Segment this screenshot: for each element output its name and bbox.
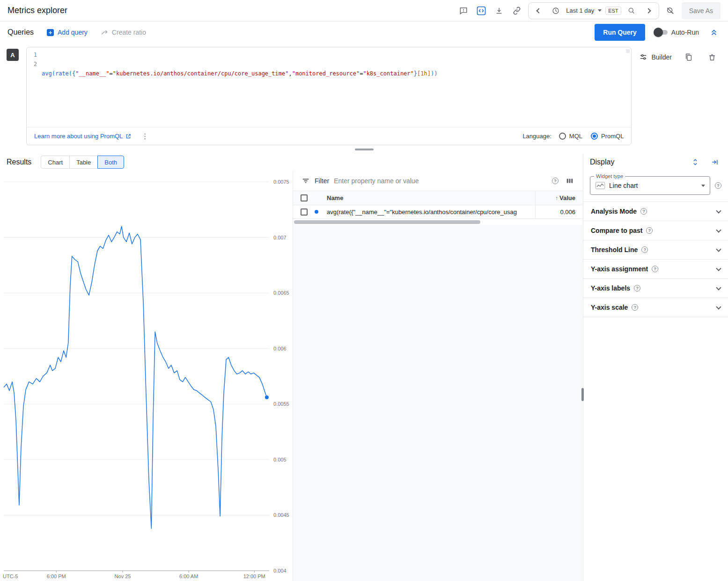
save-as-button[interactable]: Save As — [682, 2, 721, 19]
code-content[interactable]: avg(rate({"__name__"="kubernetes.io/anth… — [42, 50, 631, 125]
time-range-group: Last 1 day EST — [528, 2, 659, 19]
toggle-knob-icon[interactable] — [654, 28, 663, 37]
horizontal-scrollbar[interactable] — [293, 219, 583, 225]
radio-icon[interactable] — [559, 133, 566, 140]
collapse-panel-icon[interactable] — [708, 156, 721, 169]
radio-icon[interactable] — [591, 133, 598, 140]
auto-run-toggle[interactable]: Auto-Run — [654, 29, 699, 36]
code-token: rate — [55, 70, 69, 77]
y-axis-label: 0.005 — [273, 457, 287, 462]
display-panel: Display Widget type Line chart — [583, 154, 728, 581]
language-option-promql[interactable]: PromQL — [591, 133, 624, 140]
row-checkbox[interactable] — [301, 209, 308, 216]
builder-button[interactable]: Builder — [639, 53, 672, 61]
help-icon[interactable] — [640, 208, 647, 215]
help-icon[interactable] — [652, 266, 658, 272]
zoom-off-icon[interactable] — [664, 4, 677, 17]
drag-handle-icon[interactable] — [355, 149, 374, 150]
help-icon[interactable] — [552, 178, 559, 184]
editor-scrollbar[interactable] — [626, 49, 630, 53]
code-line-2 — [42, 97, 631, 106]
code-token: ( — [52, 70, 55, 77]
code-token: } — [414, 70, 417, 77]
search-icon[interactable] — [625, 4, 638, 17]
chevron-down-icon — [716, 208, 721, 213]
filter-input[interactable] — [334, 177, 547, 185]
external-link-icon — [125, 134, 131, 139]
help-icon[interactable] — [715, 182, 721, 189]
widget-type-select[interactable]: Widget type Line chart — [590, 176, 710, 195]
tab-both[interactable]: Both — [97, 156, 124, 169]
display-section-y-axis-labels[interactable]: Y-axis labels — [583, 278, 728, 298]
help-icon[interactable] — [634, 285, 640, 291]
name-column-header[interactable]: Name — [327, 191, 536, 205]
queries-title: Queries — [7, 28, 34, 37]
value-column-header[interactable]: Value — [536, 194, 583, 201]
filter-icon[interactable] — [301, 177, 310, 185]
help-icon[interactable] — [632, 304, 638, 311]
chevron-right-icon[interactable] — [642, 4, 655, 17]
chevron-down-icon — [716, 285, 721, 290]
display-section-y-axis-assignment[interactable]: Y-axis assignment — [583, 259, 728, 278]
filter-label[interactable]: Filter — [315, 177, 329, 185]
caret-down-icon[interactable] — [598, 9, 602, 12]
add-query-label: Add query — [58, 29, 88, 36]
code-token: avg — [42, 70, 52, 77]
timezone-chip[interactable]: EST — [605, 7, 621, 15]
table-row[interactable]: avg(rate({"__name__"="kubernetes.io/anth… — [293, 205, 583, 219]
results-chart[interactable]: 0.0040.00450.0050.00550.0060.00650.0070.… — [0, 171, 293, 581]
download-icon[interactable] — [493, 4, 506, 17]
tab-table[interactable]: Table — [69, 156, 98, 169]
widget-type-row: Widget type Line chart — [583, 171, 728, 201]
table-empty-area — [293, 225, 583, 581]
chevron-left-icon[interactable] — [532, 4, 545, 17]
column-settings-icon[interactable] — [563, 174, 576, 187]
collapse-all-icon[interactable] — [707, 26, 721, 39]
query-letter-badge[interactable]: A — [7, 49, 19, 61]
select-all-checkbox[interactable] — [301, 194, 308, 201]
chart-line — [4, 226, 267, 529]
y-axis-label: 0.0055 — [273, 401, 289, 407]
display-section-y-axis-scale[interactable]: Y-axis scale — [583, 298, 728, 317]
unfold-sections-icon[interactable] — [689, 156, 702, 169]
y-axis-label: 0.0075 — [273, 179, 289, 185]
display-section-compare-to-past[interactable]: Compare to past — [583, 221, 728, 240]
timezone-label: UTC-5 — [3, 574, 18, 579]
toggle-track-icon[interactable] — [655, 30, 668, 35]
run-query-button[interactable]: Run Query — [595, 24, 645, 41]
horizontal-resize-handle[interactable] — [0, 145, 728, 154]
learn-more-link[interactable]: Learn more about using PromQL — [34, 133, 131, 140]
split-arrow-icon — [101, 29, 108, 36]
scrollbar-thumb[interactable] — [294, 220, 480, 224]
x-axis-label: 12:00 PM — [243, 574, 265, 579]
top-bar: Metrics explorer Last 1 day EST — [0, 0, 728, 22]
auto-run-label: Auto-Run — [671, 29, 699, 36]
results-title: Results — [7, 158, 31, 166]
y-axis-label: 0.0065 — [273, 290, 289, 296]
code-icon[interactable] — [475, 4, 488, 17]
vertical-resize-handle[interactable] — [581, 388, 584, 401]
code-token: [1h] — [417, 70, 431, 77]
widget-type-label: Widget type — [594, 173, 625, 179]
results-area: Results ChartTableBoth 0.0040.00450.0050… — [0, 154, 583, 581]
feedback-icon[interactable] — [457, 4, 470, 17]
add-query-button[interactable]: Add query — [47, 29, 88, 36]
tab-chart[interactable]: Chart — [41, 156, 70, 169]
code-area[interactable]: 12 avg(rate({"__name__"="kubernetes.io/a… — [27, 47, 631, 127]
display-section-threshold-line[interactable]: Threshold Line — [583, 240, 728, 259]
table-filter-bar: Filter — [293, 171, 583, 191]
create-ratio-button[interactable]: Create ratio — [101, 29, 146, 36]
help-icon[interactable] — [641, 246, 648, 253]
display-section-analysis-mode[interactable]: Analysis Mode — [583, 201, 728, 221]
copy-icon[interactable] — [682, 51, 695, 64]
delete-icon[interactable] — [706, 51, 719, 64]
time-range-selector[interactable]: Last 1 day — [566, 7, 594, 14]
sort-ascending-icon[interactable] — [555, 194, 558, 201]
chevron-down-icon — [716, 266, 721, 271]
x-axis-label: Nov 25 — [115, 574, 131, 579]
help-icon[interactable] — [646, 227, 653, 234]
link-icon[interactable] — [510, 4, 523, 17]
more-options-icon[interactable] — [141, 132, 148, 141]
language-option-mql[interactable]: MQL — [559, 133, 582, 140]
y-axis-label: 0.007 — [273, 235, 287, 240]
